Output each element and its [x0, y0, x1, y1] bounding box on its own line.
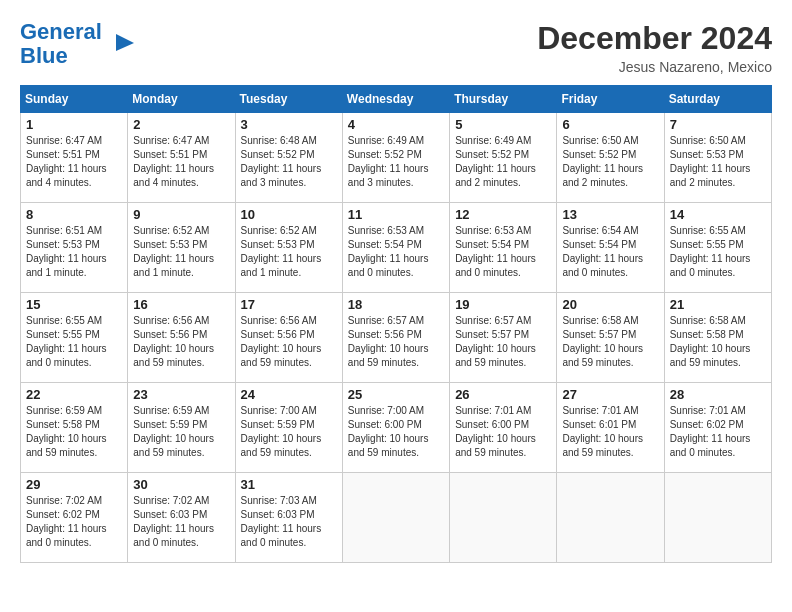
- calendar-cell: 23Sunrise: 6:59 AMSunset: 5:59 PMDayligh…: [128, 383, 235, 473]
- cell-info: Sunrise: 6:57 AMSunset: 5:57 PMDaylight:…: [455, 314, 551, 370]
- calendar-cell: 3Sunrise: 6:48 AMSunset: 5:52 PMDaylight…: [235, 113, 342, 203]
- calendar-cell: 13Sunrise: 6:54 AMSunset: 5:54 PMDayligh…: [557, 203, 664, 293]
- calendar-header-wednesday: Wednesday: [342, 86, 449, 113]
- calendar-week-row: 8Sunrise: 6:51 AMSunset: 5:53 PMDaylight…: [21, 203, 772, 293]
- cell-day-number: 20: [562, 297, 658, 312]
- calendar-cell: 6Sunrise: 6:50 AMSunset: 5:52 PMDaylight…: [557, 113, 664, 203]
- cell-day-number: 29: [26, 477, 122, 492]
- cell-day-number: 9: [133, 207, 229, 222]
- calendar-cell: 21Sunrise: 6:58 AMSunset: 5:58 PMDayligh…: [664, 293, 771, 383]
- cell-day-number: 1: [26, 117, 122, 132]
- cell-info: Sunrise: 7:02 AMSunset: 6:02 PMDaylight:…: [26, 494, 122, 550]
- cell-info: Sunrise: 6:53 AMSunset: 5:54 PMDaylight:…: [455, 224, 551, 280]
- cell-info: Sunrise: 6:52 AMSunset: 5:53 PMDaylight:…: [133, 224, 229, 280]
- cell-info: Sunrise: 6:49 AMSunset: 5:52 PMDaylight:…: [455, 134, 551, 190]
- cell-info: Sunrise: 6:50 AMSunset: 5:52 PMDaylight:…: [562, 134, 658, 190]
- logo: General Blue: [20, 20, 136, 68]
- calendar-cell: [664, 473, 771, 563]
- cell-info: Sunrise: 7:01 AMSunset: 6:00 PMDaylight:…: [455, 404, 551, 460]
- cell-info: Sunrise: 6:53 AMSunset: 5:54 PMDaylight:…: [348, 224, 444, 280]
- cell-info: Sunrise: 7:01 AMSunset: 6:01 PMDaylight:…: [562, 404, 658, 460]
- cell-day-number: 19: [455, 297, 551, 312]
- cell-day-number: 5: [455, 117, 551, 132]
- cell-info: Sunrise: 6:49 AMSunset: 5:52 PMDaylight:…: [348, 134, 444, 190]
- cell-info: Sunrise: 6:58 AMSunset: 5:57 PMDaylight:…: [562, 314, 658, 370]
- cell-info: Sunrise: 6:47 AMSunset: 5:51 PMDaylight:…: [133, 134, 229, 190]
- cell-day-number: 16: [133, 297, 229, 312]
- calendar-week-row: 29Sunrise: 7:02 AMSunset: 6:02 PMDayligh…: [21, 473, 772, 563]
- calendar-cell: 30Sunrise: 7:02 AMSunset: 6:03 PMDayligh…: [128, 473, 235, 563]
- cell-day-number: 26: [455, 387, 551, 402]
- cell-day-number: 22: [26, 387, 122, 402]
- cell-day-number: 4: [348, 117, 444, 132]
- cell-day-number: 11: [348, 207, 444, 222]
- cell-info: Sunrise: 6:57 AMSunset: 5:56 PMDaylight:…: [348, 314, 444, 370]
- logo-icon: [106, 29, 136, 59]
- cell-info: Sunrise: 6:55 AMSunset: 5:55 PMDaylight:…: [26, 314, 122, 370]
- cell-day-number: 6: [562, 117, 658, 132]
- cell-day-number: 13: [562, 207, 658, 222]
- cell-info: Sunrise: 7:00 AMSunset: 6:00 PMDaylight:…: [348, 404, 444, 460]
- calendar-cell: 8Sunrise: 6:51 AMSunset: 5:53 PMDaylight…: [21, 203, 128, 293]
- cell-info: Sunrise: 6:51 AMSunset: 5:53 PMDaylight:…: [26, 224, 122, 280]
- calendar-header-monday: Monday: [128, 86, 235, 113]
- calendar-cell: 7Sunrise: 6:50 AMSunset: 5:53 PMDaylight…: [664, 113, 771, 203]
- calendar-cell: 27Sunrise: 7:01 AMSunset: 6:01 PMDayligh…: [557, 383, 664, 473]
- title-block: December 2024 Jesus Nazareno, Mexico: [537, 20, 772, 75]
- cell-info: Sunrise: 6:56 AMSunset: 5:56 PMDaylight:…: [133, 314, 229, 370]
- cell-day-number: 3: [241, 117, 337, 132]
- calendar-cell: 19Sunrise: 6:57 AMSunset: 5:57 PMDayligh…: [450, 293, 557, 383]
- cell-day-number: 23: [133, 387, 229, 402]
- calendar-cell: 18Sunrise: 6:57 AMSunset: 5:56 PMDayligh…: [342, 293, 449, 383]
- cell-info: Sunrise: 6:48 AMSunset: 5:52 PMDaylight:…: [241, 134, 337, 190]
- calendar-cell: 16Sunrise: 6:56 AMSunset: 5:56 PMDayligh…: [128, 293, 235, 383]
- cell-day-number: 12: [455, 207, 551, 222]
- calendar-cell: 11Sunrise: 6:53 AMSunset: 5:54 PMDayligh…: [342, 203, 449, 293]
- cell-info: Sunrise: 6:59 AMSunset: 5:58 PMDaylight:…: [26, 404, 122, 460]
- calendar-cell: 5Sunrise: 6:49 AMSunset: 5:52 PMDaylight…: [450, 113, 557, 203]
- cell-day-number: 30: [133, 477, 229, 492]
- calendar-table: SundayMondayTuesdayWednesdayThursdayFrid…: [20, 85, 772, 563]
- calendar-cell: 14Sunrise: 6:55 AMSunset: 5:55 PMDayligh…: [664, 203, 771, 293]
- cell-day-number: 17: [241, 297, 337, 312]
- calendar-cell: [342, 473, 449, 563]
- cell-day-number: 8: [26, 207, 122, 222]
- calendar-cell: 28Sunrise: 7:01 AMSunset: 6:02 PMDayligh…: [664, 383, 771, 473]
- cell-info: Sunrise: 6:50 AMSunset: 5:53 PMDaylight:…: [670, 134, 766, 190]
- cell-day-number: 31: [241, 477, 337, 492]
- calendar-header-saturday: Saturday: [664, 86, 771, 113]
- cell-info: Sunrise: 6:47 AMSunset: 5:51 PMDaylight:…: [26, 134, 122, 190]
- calendar-cell: 24Sunrise: 7:00 AMSunset: 5:59 PMDayligh…: [235, 383, 342, 473]
- cell-info: Sunrise: 6:56 AMSunset: 5:56 PMDaylight:…: [241, 314, 337, 370]
- cell-day-number: 27: [562, 387, 658, 402]
- calendar-cell: 26Sunrise: 7:01 AMSunset: 6:00 PMDayligh…: [450, 383, 557, 473]
- calendar-cell: 25Sunrise: 7:00 AMSunset: 6:00 PMDayligh…: [342, 383, 449, 473]
- cell-info: Sunrise: 6:52 AMSunset: 5:53 PMDaylight:…: [241, 224, 337, 280]
- location-title: Jesus Nazareno, Mexico: [537, 59, 772, 75]
- cell-day-number: 18: [348, 297, 444, 312]
- cell-day-number: 28: [670, 387, 766, 402]
- calendar-cell: 15Sunrise: 6:55 AMSunset: 5:55 PMDayligh…: [21, 293, 128, 383]
- calendar-cell: 1Sunrise: 6:47 AMSunset: 5:51 PMDaylight…: [21, 113, 128, 203]
- cell-day-number: 25: [348, 387, 444, 402]
- calendar-cell: 31Sunrise: 7:03 AMSunset: 6:03 PMDayligh…: [235, 473, 342, 563]
- svg-marker-0: [116, 34, 134, 51]
- calendar-cell: 17Sunrise: 6:56 AMSunset: 5:56 PMDayligh…: [235, 293, 342, 383]
- calendar-week-row: 1Sunrise: 6:47 AMSunset: 5:51 PMDaylight…: [21, 113, 772, 203]
- calendar-header-row: SundayMondayTuesdayWednesdayThursdayFrid…: [21, 86, 772, 113]
- cell-day-number: 14: [670, 207, 766, 222]
- calendar-header-thursday: Thursday: [450, 86, 557, 113]
- cell-info: Sunrise: 7:03 AMSunset: 6:03 PMDaylight:…: [241, 494, 337, 550]
- cell-info: Sunrise: 7:00 AMSunset: 5:59 PMDaylight:…: [241, 404, 337, 460]
- page-header: General Blue December 2024 Jesus Nazaren…: [20, 20, 772, 75]
- cell-day-number: 21: [670, 297, 766, 312]
- calendar-cell: 29Sunrise: 7:02 AMSunset: 6:02 PMDayligh…: [21, 473, 128, 563]
- cell-day-number: 2: [133, 117, 229, 132]
- calendar-cell: 10Sunrise: 6:52 AMSunset: 5:53 PMDayligh…: [235, 203, 342, 293]
- cell-info: Sunrise: 6:59 AMSunset: 5:59 PMDaylight:…: [133, 404, 229, 460]
- calendar-cell: 12Sunrise: 6:53 AMSunset: 5:54 PMDayligh…: [450, 203, 557, 293]
- month-title: December 2024: [537, 20, 772, 57]
- calendar-cell: 9Sunrise: 6:52 AMSunset: 5:53 PMDaylight…: [128, 203, 235, 293]
- cell-info: Sunrise: 6:54 AMSunset: 5:54 PMDaylight:…: [562, 224, 658, 280]
- calendar-header-friday: Friday: [557, 86, 664, 113]
